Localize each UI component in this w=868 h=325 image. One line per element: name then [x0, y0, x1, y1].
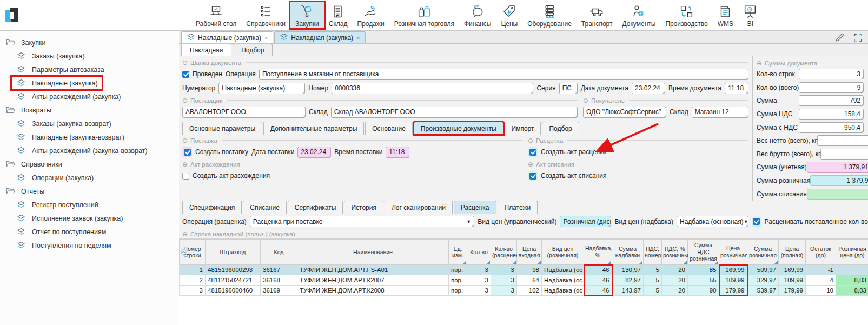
param-tab-1[interactable]: Дополнительные параметры	[263, 122, 364, 135]
col-header-row-number[interactable]: Номер строки	[180, 240, 206, 265]
cell-price-retail[interactable]: 169,99	[719, 265, 747, 275]
toolbar-item-handbooks[interactable]: Справочники	[241, 2, 290, 28]
view-tab-0[interactable]: Накладная	[181, 44, 231, 56]
sidebar-folder-9[interactable]: Справочники	[0, 157, 178, 171]
collapse-icon[interactable]: ⊖	[182, 97, 188, 104]
create-delivery-checkbox[interactable]	[184, 149, 191, 156]
table-row-0[interactable]: 1481519600029336167ТУФЛИ ЖЕН.ДОМ.АРТ.FS-…	[180, 265, 868, 275]
bottom-tab-1[interactable]: Списание	[243, 201, 287, 214]
cell-vat-pct[interactable]: 20	[662, 265, 688, 275]
sum-value[interactable]: 950,4	[799, 122, 864, 133]
cell-code[interactable]: 36167	[261, 265, 297, 275]
cell-qty[interactable]: 3	[467, 275, 491, 286]
col-header-vat-sum[interactable]: Сумма НДС розничная	[688, 240, 719, 265]
cell-sum-retail[interactable]: 329,97	[747, 275, 779, 286]
sum-value[interactable]: 1 379,91	[810, 175, 868, 186]
supplier-warehouse-input[interactable]: Склад АВАЛОНТОРГ ООО	[331, 107, 578, 118]
sidebar-item-12[interactable]: Регистр поступлений	[0, 198, 178, 211]
doc-date-input[interactable]: 23.02.24	[632, 83, 665, 94]
toolbar-item-documents[interactable]: Документы	[618, 2, 661, 28]
col-header-sum-retail[interactable]: Сумма розничная	[747, 240, 779, 265]
cell-row-number[interactable]: 2	[180, 275, 206, 286]
cell-qty[interactable]: 3	[467, 265, 491, 275]
cell-price-kind[interactable]: Надбавка (ос	[542, 265, 584, 275]
sidebar-folder-0[interactable]: Закупки	[0, 36, 178, 49]
toolbar-item-transport[interactable]: Транспорт	[577, 2, 618, 28]
sum-value[interactable]: 0,9	[820, 149, 868, 160]
sidebar-item-7[interactable]: Накладные (закупка-возврат)	[0, 130, 178, 144]
toolbar-item-desktop[interactable]: Рабочий стол	[191, 2, 241, 28]
document-tab-1[interactable]: Накладная (закупка)×	[274, 31, 365, 43]
cell-code[interactable]: 36168	[261, 275, 297, 286]
cell-markup-sum[interactable]: 143,97	[612, 286, 644, 296]
param-tab-0[interactable]: Основные параметры	[182, 122, 262, 135]
bottom-tab-3[interactable]: История	[344, 201, 383, 214]
toolbar-item-sales[interactable]: Продажи	[353, 2, 389, 28]
cell-barcode[interactable]: 4811215024721	[206, 275, 261, 286]
pricing-operation-select[interactable]: Расценка при поставке ▼	[250, 216, 474, 227]
collapse-icon[interactable]: ⊖	[583, 97, 588, 104]
sum-value[interactable]: 1 379,91	[807, 162, 868, 173]
collapse-icon[interactable]: ⊖	[528, 137, 533, 144]
collapse-icon[interactable]: ⊖	[182, 137, 188, 144]
create-discrepancy-checkbox[interactable]	[182, 173, 189, 180]
sum-value[interactable]: 9	[799, 82, 864, 93]
cell-qty-priced[interactable]: 3	[491, 275, 517, 286]
param-tab-3[interactable]: Производные документы	[414, 122, 503, 135]
col-header-retail-price-before[interactable]: Розничная цена (до)	[836, 240, 868, 265]
markup-price-select[interactable]: Надбавка (основная) ▼	[677, 216, 748, 227]
delivery-date-input[interactable]: 23.02.24	[297, 147, 331, 158]
cell-vat-pct[interactable]: 20	[662, 275, 688, 286]
sidebar-item-15[interactable]: Поступления по неделям	[0, 238, 178, 252]
cell-price-retail[interactable]: 179,99	[719, 286, 747, 296]
cell-price-retail[interactable]: 109,99	[719, 275, 747, 286]
sidebar-item-4[interactable]: Акты расхождений (закупка)	[0, 90, 178, 103]
toolbar-item-purchases[interactable]: Закупки	[290, 2, 324, 28]
cell-name[interactable]: ТУФЛИ ЖЕН.ДОМ.АРТ.К2008	[297, 286, 449, 296]
cell-vat-pct[interactable]: 20	[662, 286, 688, 296]
buyer-warehouse-input[interactable]: Магазин 12	[692, 107, 748, 118]
cell-barcode[interactable]: 4815196000293	[206, 265, 261, 275]
cell-price-full[interactable]: 109,99	[779, 275, 806, 286]
create-repricing-checkbox[interactable]	[529, 149, 536, 156]
param-tab-5[interactable]: Подбор	[542, 122, 579, 135]
cell-retail-price-before[interactable]: 8,03	[836, 275, 868, 286]
app-logo[interactable]	[0, 0, 24, 30]
cell-row-number[interactable]: 1	[180, 265, 206, 275]
cell-unit[interactable]: пор.	[449, 286, 467, 296]
cell-retail-price-before[interactable]: 8,03	[836, 286, 868, 296]
sidebar-item-3[interactable]: Накладные (закупка)	[0, 76, 178, 90]
bottom-tab-6[interactable]: Платежи	[498, 201, 538, 214]
supplier-name-input[interactable]: АВАЛОНТОРГ ООО	[182, 107, 306, 118]
sidebar-item-14[interactable]: Отчет по поступлениям	[0, 225, 178, 238]
toolbar-item-bi[interactable]: BI	[738, 2, 763, 28]
col-header-barcode[interactable]: Штрихкод	[206, 240, 261, 265]
close-tab-icon[interactable]: ×	[356, 35, 360, 41]
sidebar-folder-5[interactable]: Возвраты	[0, 103, 178, 117]
cell-price-kind[interactable]: Надбавка (ос	[542, 275, 584, 286]
cell-markup-pct[interactable]: 46	[584, 286, 612, 296]
buyer-name-input[interactable]: ОДО "ЛюксСофтСервис"	[583, 107, 666, 118]
toolbar-item-warehouse[interactable]: Склад	[324, 2, 353, 28]
cell-markup-pct[interactable]: 46	[584, 275, 612, 286]
number-input[interactable]: 0000336	[332, 83, 533, 94]
bottom-tab-5[interactable]: Расценка	[454, 201, 496, 214]
cell-vat-num[interactable]: 5	[644, 265, 662, 275]
cell-price-full[interactable]: 169,99	[779, 265, 806, 275]
col-header-price-in[interactable]: Цена входная	[517, 240, 542, 265]
cell-qty[interactable]: 3	[467, 286, 491, 296]
sidebar-folder-11[interactable]: Отчеты	[0, 184, 178, 198]
toolbar-item-prices[interactable]: Цены	[496, 2, 522, 28]
cell-price-kind[interactable]: Надбавка (ос	[542, 286, 584, 296]
sidebar-item-2[interactable]: Параметры автозаказа	[0, 63, 178, 76]
toolbar-item-retail[interactable]: Розничная торговля	[389, 2, 459, 28]
param-tab-4[interactable]: Импорт	[505, 122, 541, 135]
bottom-tab-0[interactable]: Спецификация	[182, 201, 242, 214]
mgmt-price-input[interactable]: Розничная (дискау	[560, 216, 611, 227]
cell-retail-price-before[interactable]	[836, 265, 868, 275]
cell-row-number[interactable]: 3	[180, 286, 206, 296]
operation-input[interactable]: Поступление в магазин от поставщика	[259, 69, 748, 80]
sum-value[interactable]: 3	[799, 69, 864, 79]
collapse-icon[interactable]: ⊖	[182, 59, 188, 66]
collapse-icon[interactable]: ⊖	[182, 231, 188, 237]
